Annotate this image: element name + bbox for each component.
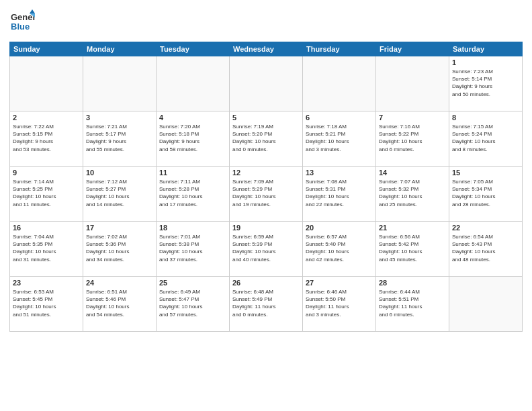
day-number: 7 bbox=[379, 113, 446, 122]
day-number: 4 bbox=[159, 113, 226, 122]
day-info: Sunrise: 7:18 AM Sunset: 5:21 PM Dayligh… bbox=[306, 123, 373, 153]
header: General Blue bbox=[9, 8, 523, 36]
calendar-day-cell bbox=[10, 56, 83, 111]
calendar-day-cell: 10Sunrise: 7:12 AM Sunset: 5:27 PM Dayli… bbox=[83, 167, 157, 222]
calendar-day-cell: 5Sunrise: 7:19 AM Sunset: 5:20 PM Daylig… bbox=[230, 111, 303, 167]
svg-marker-2 bbox=[30, 9, 35, 13]
day-number: 6 bbox=[306, 113, 373, 122]
day-info: Sunrise: 6:59 AM Sunset: 5:39 PM Dayligh… bbox=[232, 233, 300, 263]
calendar-week-row: 23Sunrise: 6:53 AM Sunset: 5:45 PM Dayli… bbox=[10, 277, 523, 332]
calendar-day-cell: 16Sunrise: 7:04 AM Sunset: 5:35 PM Dayli… bbox=[10, 222, 83, 277]
calendar-day-cell: 6Sunrise: 7:18 AM Sunset: 5:21 PM Daylig… bbox=[303, 111, 376, 167]
day-info: Sunrise: 6:56 AM Sunset: 5:42 PM Dayligh… bbox=[379, 233, 446, 263]
calendar-header-row: SundayMondayTuesdayWednesdayThursdayFrid… bbox=[10, 42, 523, 56]
day-number: 10 bbox=[86, 169, 153, 177]
calendar-table: SundayMondayTuesdayWednesdayThursdayFrid… bbox=[9, 42, 523, 332]
calendar-header-wednesday: Wednesday bbox=[230, 42, 303, 56]
day-info: Sunrise: 6:53 AM Sunset: 5:45 PM Dayligh… bbox=[13, 288, 80, 318]
calendar-day-cell: 27Sunrise: 6:46 AM Sunset: 5:50 PM Dayli… bbox=[303, 277, 376, 332]
calendar-header-friday: Friday bbox=[376, 42, 449, 56]
day-number: 8 bbox=[452, 113, 519, 122]
day-number: 11 bbox=[159, 169, 226, 177]
calendar-day-cell: 4Sunrise: 7:20 AM Sunset: 5:18 PM Daylig… bbox=[157, 111, 230, 167]
day-info: Sunrise: 7:23 AM Sunset: 5:14 PM Dayligh… bbox=[452, 68, 519, 98]
day-number: 27 bbox=[306, 279, 373, 287]
day-info: Sunrise: 7:20 AM Sunset: 5:18 PM Dayligh… bbox=[159, 123, 226, 153]
calendar-day-cell: 17Sunrise: 7:02 AM Sunset: 5:36 PM Dayli… bbox=[83, 222, 157, 277]
logo-icon: General Blue bbox=[9, 8, 35, 34]
day-number: 9 bbox=[13, 169, 80, 177]
day-info: Sunrise: 7:05 AM Sunset: 5:34 PM Dayligh… bbox=[452, 178, 519, 208]
day-number: 23 bbox=[13, 279, 80, 287]
calendar-day-cell: 1Sunrise: 7:23 AM Sunset: 5:14 PM Daylig… bbox=[449, 56, 523, 111]
calendar-day-cell: 21Sunrise: 6:56 AM Sunset: 5:42 PM Dayli… bbox=[376, 222, 449, 277]
calendar-week-row: 1Sunrise: 7:23 AM Sunset: 5:14 PM Daylig… bbox=[10, 56, 523, 111]
calendar-day-cell bbox=[376, 56, 449, 111]
day-info: Sunrise: 6:51 AM Sunset: 5:46 PM Dayligh… bbox=[86, 288, 153, 318]
calendar-day-cell: 7Sunrise: 7:16 AM Sunset: 5:22 PM Daylig… bbox=[376, 111, 449, 167]
day-number: 25 bbox=[159, 279, 226, 287]
day-info: Sunrise: 7:12 AM Sunset: 5:27 PM Dayligh… bbox=[86, 178, 153, 208]
day-number: 18 bbox=[159, 224, 226, 232]
day-number: 5 bbox=[232, 113, 300, 122]
calendar-day-cell bbox=[449, 277, 523, 332]
calendar-day-cell bbox=[157, 56, 230, 111]
day-number: 14 bbox=[379, 169, 446, 177]
day-number: 28 bbox=[379, 279, 446, 287]
calendar-day-cell: 25Sunrise: 6:49 AM Sunset: 5:47 PM Dayli… bbox=[157, 277, 230, 332]
calendar-day-cell: 9Sunrise: 7:14 AM Sunset: 5:25 PM Daylig… bbox=[10, 167, 83, 222]
day-number: 1 bbox=[452, 58, 519, 66]
calendar-header-sunday: Sunday bbox=[10, 42, 83, 56]
day-info: Sunrise: 6:49 AM Sunset: 5:47 PM Dayligh… bbox=[159, 288, 226, 318]
day-info: Sunrise: 7:19 AM Sunset: 5:20 PM Dayligh… bbox=[232, 123, 300, 153]
day-number: 22 bbox=[452, 224, 519, 232]
calendar-day-cell: 13Sunrise: 7:08 AM Sunset: 5:31 PM Dayli… bbox=[303, 167, 376, 222]
day-number: 16 bbox=[13, 224, 80, 232]
calendar-day-cell: 23Sunrise: 6:53 AM Sunset: 5:45 PM Dayli… bbox=[10, 277, 83, 332]
day-info: Sunrise: 6:46 AM Sunset: 5:50 PM Dayligh… bbox=[306, 288, 373, 318]
calendar-day-cell: 15Sunrise: 7:05 AM Sunset: 5:34 PM Dayli… bbox=[449, 167, 523, 222]
calendar-day-cell bbox=[83, 56, 157, 111]
page: General Blue SundayMondayTuesdayWednesda… bbox=[0, 0, 532, 411]
day-number: 26 bbox=[232, 279, 300, 287]
logo: General Blue bbox=[9, 8, 35, 36]
calendar-day-cell: 12Sunrise: 7:09 AM Sunset: 5:29 PM Dayli… bbox=[230, 167, 303, 222]
calendar-week-row: 9Sunrise: 7:14 AM Sunset: 5:25 PM Daylig… bbox=[10, 167, 523, 222]
day-info: Sunrise: 7:14 AM Sunset: 5:25 PM Dayligh… bbox=[13, 178, 80, 208]
calendar-day-cell: 3Sunrise: 7:21 AM Sunset: 5:17 PM Daylig… bbox=[83, 111, 157, 167]
calendar-day-cell: 11Sunrise: 7:11 AM Sunset: 5:28 PM Dayli… bbox=[157, 167, 230, 222]
day-number: 19 bbox=[232, 224, 300, 232]
day-info: Sunrise: 7:15 AM Sunset: 5:24 PM Dayligh… bbox=[452, 123, 519, 153]
day-info: Sunrise: 6:44 AM Sunset: 5:51 PM Dayligh… bbox=[379, 288, 446, 318]
calendar-day-cell bbox=[230, 56, 303, 111]
day-info: Sunrise: 6:48 AM Sunset: 5:49 PM Dayligh… bbox=[232, 288, 300, 318]
calendar-day-cell: 14Sunrise: 7:07 AM Sunset: 5:32 PM Dayli… bbox=[376, 167, 449, 222]
day-info: Sunrise: 6:54 AM Sunset: 5:43 PM Dayligh… bbox=[452, 233, 519, 263]
calendar-header-thursday: Thursday bbox=[303, 42, 376, 56]
calendar-day-cell: 24Sunrise: 6:51 AM Sunset: 5:46 PM Dayli… bbox=[83, 277, 157, 332]
calendar-day-cell: 26Sunrise: 6:48 AM Sunset: 5:49 PM Dayli… bbox=[230, 277, 303, 332]
calendar-day-cell: 28Sunrise: 6:44 AM Sunset: 5:51 PM Dayli… bbox=[376, 277, 449, 332]
day-number: 12 bbox=[232, 169, 300, 177]
day-info: Sunrise: 7:04 AM Sunset: 5:35 PM Dayligh… bbox=[13, 233, 80, 263]
day-number: 2 bbox=[13, 113, 80, 122]
day-info: Sunrise: 7:22 AM Sunset: 5:15 PM Dayligh… bbox=[13, 123, 80, 153]
calendar-week-row: 2Sunrise: 7:22 AM Sunset: 5:15 PM Daylig… bbox=[10, 111, 523, 167]
day-info: Sunrise: 7:11 AM Sunset: 5:28 PM Dayligh… bbox=[159, 178, 226, 208]
day-number: 15 bbox=[452, 169, 519, 177]
calendar-day-cell: 18Sunrise: 7:01 AM Sunset: 5:38 PM Dayli… bbox=[157, 222, 230, 277]
day-number: 3 bbox=[86, 113, 153, 122]
day-info: Sunrise: 6:57 AM Sunset: 5:40 PM Dayligh… bbox=[306, 233, 373, 263]
calendar-day-cell: 19Sunrise: 6:59 AM Sunset: 5:39 PM Dayli… bbox=[230, 222, 303, 277]
day-number: 21 bbox=[379, 224, 446, 232]
day-number: 24 bbox=[86, 279, 153, 287]
day-number: 17 bbox=[86, 224, 153, 232]
day-info: Sunrise: 7:01 AM Sunset: 5:38 PM Dayligh… bbox=[159, 233, 226, 263]
day-info: Sunrise: 7:09 AM Sunset: 5:29 PM Dayligh… bbox=[232, 178, 300, 208]
calendar-day-cell: 2Sunrise: 7:22 AM Sunset: 5:15 PM Daylig… bbox=[10, 111, 83, 167]
calendar-day-cell: 20Sunrise: 6:57 AM Sunset: 5:40 PM Dayli… bbox=[303, 222, 376, 277]
svg-text:Blue: Blue bbox=[11, 21, 30, 32]
calendar-day-cell: 22Sunrise: 6:54 AM Sunset: 5:43 PM Dayli… bbox=[449, 222, 523, 277]
day-info: Sunrise: 7:08 AM Sunset: 5:31 PM Dayligh… bbox=[306, 178, 373, 208]
calendar-header-monday: Monday bbox=[83, 42, 157, 56]
